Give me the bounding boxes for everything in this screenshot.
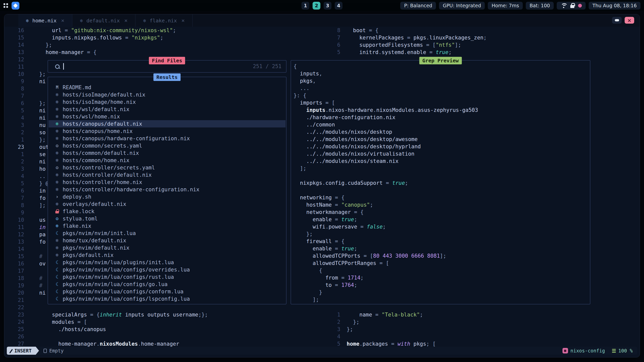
preview-line: inputs.nixos-hardware.nixosModules.asus-…	[294, 106, 588, 114]
line-number: 2	[4, 159, 24, 165]
lua-file-icon: ☾	[54, 259, 61, 266]
finder-result[interactable]: ⚙hosts/controller/secrets.yaml	[49, 164, 286, 171]
line-number: 9	[4, 210, 24, 216]
tab-default.nix[interactable]: ❄default.nix×	[72, 14, 136, 27]
finder-result-name: hosts/common/default.nix	[63, 150, 139, 156]
finder-result[interactable]: ☾pkgs/nvim/nvim/lua/configs/conform.lua	[49, 288, 286, 295]
topbar-right: P: Balanced GPU: Integrated Home: 7ms Ba…	[400, 2, 640, 10]
finder-result[interactable]: ❄hosts/controller/hardware-configuration…	[49, 186, 286, 193]
code-text: url = "github:nix-community/nixos-wsl";	[39, 27, 176, 33]
workspace-button-4[interactable]: 4	[335, 2, 343, 10]
finder-result-name: hosts/wsl/default.nix	[63, 106, 130, 112]
app-launcher-icon[interactable]	[4, 3, 8, 8]
code-line: 7 kernelPackages = pkgs.linuxPackages_ze…	[315, 34, 591, 41]
tab-flake.nix[interactable]: ❄flake.nix×	[136, 14, 193, 27]
preview-line: };	[294, 230, 588, 238]
preview-line: allowedTCPPortRanges = [	[294, 259, 588, 267]
status-icons-module[interactable]	[557, 2, 586, 10]
tab-close-icon[interactable]: ×	[181, 17, 185, 24]
finder-result[interactable]: ❄hosts/common/home.nix	[49, 157, 286, 164]
finder-result[interactable]: ⚙hosts/common/secrets.yaml	[49, 142, 286, 149]
ping-module[interactable]: Home: 7ms	[488, 2, 523, 10]
finder-result[interactable]: ☾pkgs/nvim/nvim/lua/configs/rust.lua	[49, 273, 286, 281]
window-close-button[interactable]: ×	[625, 17, 634, 24]
window-pin-button[interactable]	[612, 17, 622, 24]
finder-result[interactable]: ❄overlays/default.nix	[49, 200, 286, 208]
finder-result[interactable]: ❄hosts/wsl/default.nix	[49, 106, 286, 113]
line-number: 10	[4, 217, 24, 223]
workspace-button-3[interactable]: 3	[324, 2, 332, 10]
nix-file-icon: ❄	[54, 251, 61, 259]
preview-line: inputs,	[294, 70, 588, 77]
finder-result[interactable]: ❄hosts/isoImage/default.nix	[49, 91, 286, 98]
code-text: se	[39, 151, 46, 157]
preview-line: networkmanager = {	[294, 208, 588, 216]
finder-result[interactable]: ❄pkgs/nvim/default.nix	[49, 244, 286, 251]
line-number: 1	[315, 312, 340, 318]
finder-result[interactable]: ☾pkgs/nvim/nvim/lua/configs/go.lua	[49, 281, 286, 288]
finder-result[interactable]: ☾pkgs/nvim/nvim/init.lua	[49, 230, 286, 237]
finder-result[interactable]: ❄hosts/common/default.nix	[49, 149, 286, 157]
finder-result[interactable]: ›deploy.sh	[49, 193, 286, 200]
line-number: 2	[315, 319, 340, 325]
tab-bar: ❄home.nix×❄default.nix×❄flake.nix×	[4, 14, 640, 27]
file-icon	[44, 349, 47, 353]
finder-result[interactable]: ❄hosts/wsl/home.nix	[49, 113, 286, 120]
workspace-overview-button[interactable]	[12, 2, 19, 10]
lines-icon	[612, 349, 616, 353]
finder-result[interactable]: ☾pkgs/nvim/nvim/lua/plugins/init.lua	[49, 259, 286, 266]
finder-result[interactable]: ⚙stylua.toml	[49, 215, 286, 222]
tab-home.nix[interactable]: ❄home.nix×	[18, 14, 72, 27]
clock-module[interactable]: Thu Aug 08, 18:16	[589, 2, 640, 10]
find-files-prompt[interactable]: Find Files 251 / 251	[48, 60, 287, 73]
finder-result[interactable]: MREADME.md	[49, 84, 286, 91]
preview-line: hostName = "canopus";	[294, 201, 588, 208]
finder-result[interactable]: ❄home/tux/default.nix	[49, 237, 286, 244]
tab-close-icon[interactable]: ×	[61, 17, 64, 24]
finder-result[interactable]: ❄hosts/canopus/home.nix	[49, 127, 286, 135]
code-line: 26	[4, 333, 302, 340]
code-line: 2 };	[315, 318, 591, 326]
finder-result-name: hosts/wsl/home.nix	[63, 114, 120, 120]
finder-result-name: overlays/default.nix	[63, 201, 126, 207]
nix-file-icon: ❄	[54, 237, 61, 244]
results-list: MREADME.md❄hosts/isoImage/default.nix❄ho…	[49, 84, 286, 302]
editor-pane-right-top[interactable]: 8 boot = {7 kernelPackages = pkgs.linuxP…	[315, 27, 591, 56]
tab-close-icon[interactable]: ×	[124, 17, 128, 24]
finder-result[interactable]: flake.lock	[49, 208, 286, 215]
code-text: home.packages = with pkgs; [	[347, 341, 436, 347]
finder-result[interactable]: ❄hosts/controller/home.nix	[49, 178, 286, 186]
line-number: 1	[4, 137, 24, 143]
finder-result-name: README.md	[63, 84, 91, 90]
lua-file-icon: ☾	[54, 273, 61, 281]
line-number: 24	[4, 319, 24, 325]
line-number: 23	[4, 312, 24, 318]
finder-result[interactable]: ❄hosts/controller/default.nix	[49, 171, 286, 178]
finder-result[interactable]: ❄flake.nix	[49, 222, 286, 230]
gpu-module[interactable]: GPU: Integrated	[439, 2, 485, 10]
line-number: 22	[4, 304, 24, 310]
finder-result[interactable]: ❄hosts/canopus/default.nix	[49, 120, 286, 127]
finder-result[interactable]: ❄hosts/canopus/hardware-configuration.ni…	[49, 135, 286, 142]
preview-line: {	[294, 267, 588, 274]
workspace-button-1[interactable]: 1	[302, 2, 309, 10]
code-text: };	[39, 42, 52, 48]
line-number: 16	[4, 27, 24, 33]
workspace-button-2[interactable]: 2	[313, 2, 320, 10]
finder-result[interactable]: ☾pkgs/nvim/nvim/lua/configs/lspconfig.lu…	[49, 295, 286, 302]
code-text: fo	[39, 195, 46, 201]
battery-module[interactable]: Bat: 100	[526, 2, 554, 10]
finder-result[interactable]: ☾pkgs/nvim/nvim/lua/configs/overrides.lu…	[49, 266, 286, 273]
line-number: 2	[4, 129, 24, 135]
line-number: 4	[4, 115, 24, 121]
yaml-file-icon: ⚙	[54, 164, 61, 171]
power-profile-module[interactable]: P: Balanced	[400, 2, 436, 10]
code-text: ni	[39, 115, 46, 121]
code-text: ..	[39, 173, 46, 179]
code-line: 22	[4, 304, 302, 311]
finder-result[interactable]: ❄hosts/isoImage/home.nix	[49, 98, 286, 106]
finder-result[interactable]: ❄pkgs/default.nix	[49, 251, 286, 259]
editor-pane-right-bottom[interactable]: 1 name = "Tela-black";2 };3};45home.pack…	[315, 311, 591, 347]
preview-line: }	[294, 289, 588, 296]
finder-result-name: hosts/common/home.nix	[63, 157, 130, 163]
